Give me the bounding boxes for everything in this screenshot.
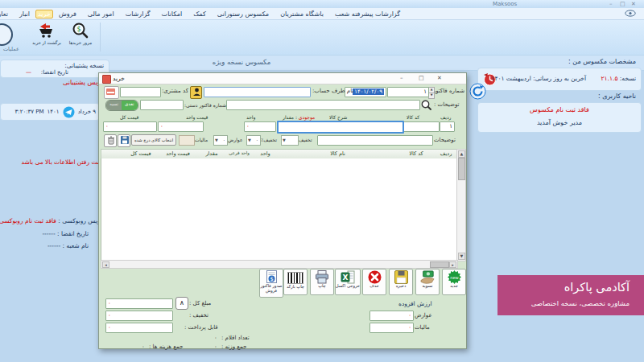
toggle-on-label: نقدی bbox=[122, 101, 138, 110]
tax-box[interactable] bbox=[179, 135, 195, 146]
save-row-icon[interactable] bbox=[118, 134, 130, 147]
dialog-minimize-button[interactable]: – bbox=[400, 75, 403, 82]
new-button[interactable]: new جدید bbox=[442, 269, 466, 295]
vat-tax-input[interactable]: ۰ bbox=[369, 323, 414, 333]
vat-duties-input[interactable]: ۰ bbox=[369, 311, 414, 321]
notes-search-icon[interactable] bbox=[421, 100, 431, 110]
dialog-close-button[interactable]: ✕ bbox=[437, 75, 442, 82]
items-count-value: ۰ bbox=[214, 335, 217, 341]
collapse-chevron-button[interactable]: ∧ bbox=[175, 297, 188, 310]
entry-row-input[interactable]: ۱ bbox=[440, 121, 455, 132]
barcode-print-button[interactable]: چاپ بارکد bbox=[283, 269, 308, 295]
menu-item-customer-club[interactable]: باشگاه مشتریان bbox=[275, 9, 329, 19]
support-expiry-label: تاریخ انقضا: bbox=[41, 69, 68, 76]
entry-code-input[interactable] bbox=[403, 121, 440, 132]
version-label: نسخه: bbox=[620, 75, 636, 82]
payable-label: قابل پرداخت : bbox=[184, 324, 218, 331]
horizontal-scrollbar[interactable]: ◂ ▸ bbox=[101, 260, 458, 269]
vat-duties-label: عوارض bbox=[415, 312, 432, 319]
vertical-scrollbar-thumb[interactable] bbox=[458, 158, 465, 180]
horizontal-scrollbar-thumb[interactable] bbox=[430, 261, 449, 268]
trash-icon[interactable] bbox=[104, 134, 117, 147]
entry-unit-price-input[interactable]: ۰ bbox=[158, 121, 204, 132]
eye-icon[interactable] bbox=[625, 10, 636, 17]
grand-total-label: مبلغ کل : bbox=[189, 300, 211, 306]
menu-item-branch-reports[interactable]: گزارشات پیشرفته شعب bbox=[329, 9, 406, 19]
telegram-icon[interactable] bbox=[63, 106, 75, 118]
edition-title: مکسوس نسخه ویژه bbox=[161, 58, 322, 66]
item-notes-label: توضیحات bbox=[434, 137, 456, 143]
support-version-box: نسخه پشتیبانی: تاریخ انقضا: — bbox=[0, 60, 109, 78]
discount-select[interactable]: ▼ bbox=[281, 135, 299, 146]
payment-type-toggle[interactable]: نقدی نسیه bbox=[105, 100, 138, 111]
account-name-input[interactable] bbox=[204, 87, 311, 97]
robox-service-value: فاقد ثبت نام روبوکسی bbox=[0, 217, 56, 224]
discount-pct-select[interactable]: ▼۰ bbox=[246, 135, 261, 146]
manual-invoice-input[interactable] bbox=[140, 100, 184, 110]
vertical-scrollbar[interactable]: ▲ ▼ bbox=[456, 149, 466, 261]
entry-header-unit-price: قیمت واحد bbox=[186, 114, 208, 120]
item-notes-input[interactable] bbox=[317, 135, 433, 146]
menu-item-sales[interactable]: فروش bbox=[53, 9, 82, 19]
svg-text:$: $ bbox=[76, 26, 80, 33]
excel-icon: X bbox=[336, 270, 360, 284]
menu-item-facilities[interactable]: امکانات bbox=[156, 9, 188, 19]
invoice-number-label: شماره فاکتور : bbox=[436, 88, 464, 94]
tax-label: مالیات bbox=[195, 137, 208, 142]
menu-item-purchase[interactable]: خرید bbox=[35, 10, 53, 19]
invoice-notes-input[interactable] bbox=[226, 100, 420, 110]
svg-text:new: new bbox=[450, 275, 459, 280]
delete-button[interactable]: حذف bbox=[362, 269, 386, 295]
menu-item-definitions[interactable]: تعاریف bbox=[0, 9, 14, 19]
weight-sum-label: جمع وزنه : bbox=[221, 343, 246, 350]
dialog-titlebar: خرید – □ ✕ bbox=[99, 73, 466, 84]
excel-export-button[interactable]: X خروجی اکسل bbox=[335, 269, 361, 295]
select-inserted-item-button[interactable]: انتخاب کالای درج شده bbox=[131, 134, 176, 146]
save-button[interactable]: ذخیره bbox=[389, 269, 413, 295]
menu-item-inventory[interactable]: انبار bbox=[14, 9, 35, 19]
menu-item-reports[interactable]: گزارشات bbox=[120, 9, 156, 19]
dialog-maximize-button[interactable]: □ bbox=[419, 75, 424, 82]
main-window: Maksoos – □ ✕ تعاریف انبار خرید فروش امو… bbox=[0, 0, 644, 362]
delete-x-icon bbox=[363, 270, 386, 284]
invoice-number-input[interactable]: ۱ bbox=[387, 87, 429, 97]
partial-tool-icon bbox=[0, 23, 13, 46]
customer-code-input[interactable] bbox=[120, 87, 161, 97]
menu-item-help[interactable]: کمک bbox=[188, 9, 212, 19]
settle-button[interactable]: تسویه bbox=[415, 269, 440, 295]
account-name-label: نام طرف حساب: bbox=[312, 88, 353, 94]
duties-select[interactable]: ▼۰ bbox=[213, 135, 228, 146]
payable-input[interactable]: ۰ bbox=[105, 323, 173, 333]
browse-purchases-label: مرور خریدها bbox=[64, 40, 97, 45]
window-minimize-button[interactable]: – bbox=[609, 1, 613, 7]
weight-sum-value: ۰ bbox=[214, 343, 217, 350]
svg-text:X: X bbox=[343, 274, 349, 282]
sync-icon[interactable] bbox=[469, 83, 486, 100]
window-close-button[interactable]: ✕ bbox=[631, 1, 636, 7]
date-day-text: ۹ خرداد bbox=[78, 109, 96, 115]
customer-card-icon[interactable] bbox=[104, 86, 119, 99]
issue-sales-invoice-button[interactable]: $ صدور فاکتور فروش bbox=[259, 269, 283, 298]
invoice-number-stepper[interactable]: ▲ ▼ bbox=[428, 87, 435, 97]
dollar-invoice-icon: $ bbox=[260, 270, 283, 283]
entry-qty-input[interactable]: ۰ bbox=[244, 121, 276, 132]
datetime-box: ۹ خرداد ۱۴۰۱ ۳:۲۰:۳۷ PM bbox=[0, 103, 100, 121]
time-text: ۳:۲۰:۳۷ PM bbox=[15, 109, 44, 115]
print-button[interactable]: چاپ bbox=[310, 269, 334, 295]
purchase-dialog-icon bbox=[102, 75, 111, 84]
total-discount-label: تخفیف : bbox=[189, 312, 208, 319]
person-icon[interactable] bbox=[190, 86, 202, 99]
grand-total-input[interactable]: ۰ bbox=[105, 298, 173, 309]
vat-tax-label: مالیات bbox=[415, 324, 430, 331]
purchase-return-button[interactable]: برگشت از خرید bbox=[31, 22, 63, 47]
banner-subtitle: مشاوره تخصصی، نسخه اختصاصی bbox=[531, 299, 630, 307]
browse-purchases-button[interactable]: $ مرور خریدها bbox=[64, 22, 97, 47]
entry-total-price-input[interactable]: ۰ bbox=[103, 121, 157, 132]
menu-item-finance[interactable]: امور مالی bbox=[82, 9, 120, 19]
total-discount-input[interactable]: ۰ bbox=[105, 311, 173, 321]
entry-header-total-price: قیمت کل bbox=[120, 114, 138, 120]
window-maximize-button[interactable]: □ bbox=[620, 1, 625, 7]
entry-desc-input[interactable] bbox=[277, 121, 404, 134]
menu-item-restaurant[interactable]: مکسوس رستورانی bbox=[212, 9, 275, 19]
customer-code-label: کد مشتری: bbox=[162, 88, 188, 94]
